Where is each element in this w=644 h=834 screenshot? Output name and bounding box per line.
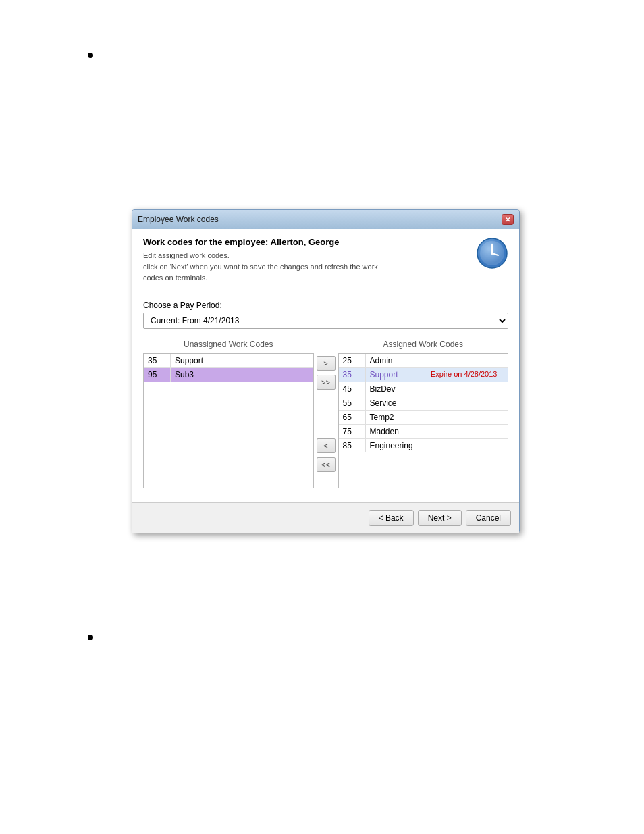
work-name: Sub3 — [171, 368, 313, 382]
pay-period-select[interactable]: Current: From 4/21/2013 — [143, 313, 508, 329]
list-item[interactable]: 75 Madden — [339, 425, 508, 439]
work-code: 35 — [339, 368, 366, 382]
close-button[interactable]: ✕ — [502, 214, 514, 225]
clock-icon — [476, 237, 508, 269]
list-item[interactable]: 85 Engineering — [339, 439, 508, 452]
assigned-list: 25 Admin 35 Support Expire on 4/28/2013 … — [338, 353, 509, 488]
work-name: Support — [366, 368, 427, 382]
dialog-title: Employee Work codes — [138, 215, 219, 224]
unassigned-list: 35 Support 95 Sub3 — [143, 353, 314, 488]
work-code: 25 — [339, 354, 366, 367]
work-codes-section: Unassigned Work Codes 35 Support 95 Sub3… — [143, 340, 508, 494]
work-name: Support — [171, 354, 313, 367]
bullet-bottom — [88, 635, 93, 640]
header-title: Work codes for the employee: Allerton, G… — [143, 237, 378, 247]
dialog-body: Work codes for the employee: Allerton, G… — [132, 229, 519, 502]
move-right-button[interactable]: > — [317, 356, 336, 371]
assigned-panel: Assigned Work Codes 25 Admin 35 Support … — [338, 340, 509, 488]
work-name: Admin — [366, 354, 427, 367]
move-all-right-button[interactable]: >> — [317, 375, 336, 390]
header-text: Work codes for the employee: Allerton, G… — [143, 237, 378, 284]
svg-point-4 — [491, 252, 493, 255]
header-line1: Edit assigned work codes. — [143, 250, 378, 261]
assigned-title: Assigned Work Codes — [338, 340, 509, 349]
pay-period-label: Choose a Pay Period: — [143, 301, 508, 310]
list-item[interactable]: 45 BizDev — [339, 382, 508, 396]
list-item[interactable]: 65 Temp2 — [339, 411, 508, 425]
pay-period-section: Choose a Pay Period: Current: From 4/21/… — [143, 292, 508, 329]
work-code: 35 — [144, 354, 171, 367]
unassigned-title: Unassigned Work Codes — [143, 340, 314, 349]
work-code: 65 — [339, 411, 366, 424]
work-code: 95 — [144, 368, 171, 382]
work-name: Temp2 — [366, 411, 427, 424]
move-all-left-button[interactable]: << — [317, 457, 336, 472]
list-item[interactable]: 25 Admin — [339, 354, 508, 368]
work-name: Engineering — [366, 439, 427, 452]
back-button[interactable]: < Back — [369, 510, 414, 526]
title-bar: Employee Work codes ✕ — [132, 210, 519, 229]
work-code: 45 — [339, 382, 366, 396]
work-name: Madden — [366, 425, 427, 438]
employee-work-codes-dialog: Employee Work codes ✕ Work codes for the… — [132, 209, 520, 533]
cancel-button[interactable]: Cancel — [466, 510, 511, 526]
header-section: Work codes for the employee: Allerton, G… — [143, 237, 508, 284]
work-name: BizDev — [366, 382, 427, 396]
work-code: 75 — [339, 425, 366, 438]
arrow-column: > >> < << — [314, 340, 338, 488]
move-left-button[interactable]: < — [317, 438, 336, 453]
work-name: Service — [366, 396, 427, 410]
list-item[interactable]: 95 Sub3 — [144, 368, 313, 382]
work-code: 55 — [339, 396, 366, 410]
bullet-top — [88, 53, 93, 58]
header-line3: codes on terminals. — [143, 272, 378, 284]
unassigned-panel: Unassigned Work Codes 35 Support 95 Sub3 — [143, 340, 314, 488]
list-item[interactable]: 55 Service — [339, 396, 508, 411]
header-line2: click on 'Next' when you want to save th… — [143, 261, 378, 273]
work-code: 85 — [339, 439, 366, 452]
next-button[interactable]: Next > — [418, 510, 462, 526]
dialog-footer: < Back Next > Cancel — [132, 502, 519, 533]
list-item[interactable]: 35 Support — [144, 354, 313, 368]
list-item[interactable]: 35 Support Expire on 4/28/2013 — [339, 368, 508, 382]
expire-label: Expire on 4/28/2013 — [427, 368, 508, 382]
